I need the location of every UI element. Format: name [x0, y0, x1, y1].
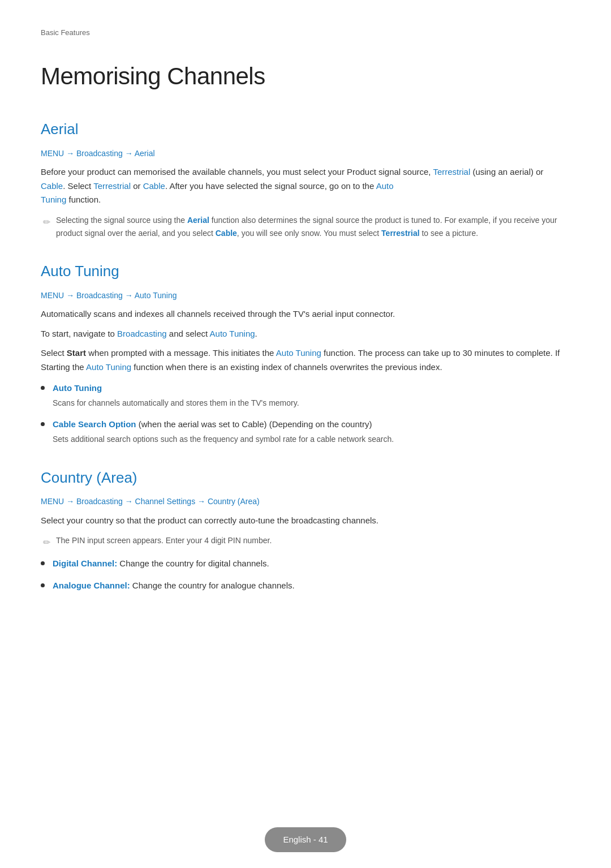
- menu-link-broadcasting-3[interactable]: Broadcasting: [76, 497, 123, 506]
- link-digital-channel[interactable]: Digital Channel:: [53, 558, 117, 568]
- link-aerial-bold[interactable]: Aerial: [187, 216, 209, 225]
- menu-path-auto-tuning: MENU → Broadcasting → Auto Tuning: [41, 289, 570, 302]
- link-cable-2[interactable]: Cable: [143, 181, 165, 191]
- link-broadcasting-inline[interactable]: Broadcasting: [117, 329, 167, 338]
- pencil-icon: ✏: [43, 215, 50, 230]
- country-bullets: Digital Channel: Change the country for …: [41, 557, 570, 593]
- link-auto-tuning-inline[interactable]: Auto Tuning: [210, 329, 255, 338]
- pencil-icon-2: ✏: [43, 535, 50, 550]
- link-auto-tuning-3[interactable]: Auto Tuning: [86, 362, 131, 372]
- bullet-dot-2: [41, 422, 45, 426]
- page-title: Memorising Channels: [41, 57, 570, 95]
- cable-search-sub: Sets additional search options such as t…: [53, 433, 570, 446]
- country-note: ✏ The PIN input screen appears. Enter yo…: [41, 534, 570, 550]
- bullet-dot-4: [41, 583, 45, 587]
- menu-link-menu[interactable]: MENU: [41, 149, 64, 158]
- link-terrestrial-2[interactable]: Terrestrial: [93, 181, 131, 191]
- aerial-body: Before your product can memorised the av…: [41, 165, 570, 207]
- footer: English - 41: [0, 827, 611, 868]
- link-terrestrial-bold[interactable]: Terrestrial: [381, 229, 419, 238]
- menu-link-broadcasting[interactable]: Broadcasting: [76, 149, 123, 158]
- aerial-note-text: Selecting the signal source using the Ae…: [56, 214, 570, 239]
- section-title-country: Country (Area): [41, 466, 570, 490]
- aerial-note: ✏ Selecting the signal source using the …: [41, 214, 570, 239]
- breadcrumb: Basic Features: [41, 27, 570, 39]
- menu-link-channel-settings[interactable]: Channel Settings: [135, 497, 196, 506]
- link-cable-1[interactable]: Cable: [41, 181, 63, 191]
- page-container: Basic Features Memorising Channels Aeria…: [0, 0, 611, 670]
- link-cable-search[interactable]: Cable Search Option: [53, 419, 136, 429]
- menu-path-aerial: MENU → Broadcasting → Aerial: [41, 147, 570, 160]
- menu-link-auto-tuning[interactable]: Auto Tuning: [135, 291, 177, 300]
- menu-link-menu-2[interactable]: MENU: [41, 291, 64, 300]
- menu-link-broadcasting-2[interactable]: Broadcasting: [76, 291, 123, 300]
- link-auto-tuning-bullet[interactable]: Auto Tuning: [53, 383, 102, 393]
- bullet-cable-search: Cable Search Option (when the aerial was…: [41, 418, 570, 446]
- link-auto-tuning-2[interactable]: Auto Tuning: [276, 348, 321, 358]
- auto-tuning-body-1: Automatically scans and indexes all chan…: [41, 307, 570, 321]
- link-terrestrial-1[interactable]: Terrestrial: [433, 167, 470, 177]
- menu-link-menu-3[interactable]: MENU: [41, 497, 64, 506]
- section-country: Country (Area) MENU → Broadcasting → Cha…: [41, 466, 570, 593]
- country-note-text: The PIN input screen appears. Enter your…: [56, 534, 272, 547]
- footer-badge: English - 41: [265, 827, 346, 852]
- section-title-auto-tuning: Auto Tuning: [41, 260, 570, 283]
- section-title-aerial: Aerial: [41, 118, 570, 141]
- auto-tuning-body-3: Select Start when prompted with a messag…: [41, 346, 570, 375]
- bullet-analogue-channel: Analogue Channel: Change the country for…: [41, 579, 570, 593]
- link-cable-bold[interactable]: Cable: [216, 229, 237, 238]
- menu-link-country-area[interactable]: Country (Area): [208, 497, 260, 506]
- bullet-dot-3: [41, 561, 45, 565]
- link-analogue-channel[interactable]: Analogue Channel:: [53, 581, 130, 590]
- section-auto-tuning: Auto Tuning MENU → Broadcasting → Auto T…: [41, 260, 570, 446]
- menu-path-country: MENU → Broadcasting → Channel Settings →…: [41, 495, 570, 508]
- auto-tuning-bullets: Auto Tuning Scans for channels automatic…: [41, 381, 570, 446]
- auto-tuning-body-2: To start, navigate to Broadcasting and s…: [41, 327, 570, 341]
- bullet-digital-channel: Digital Channel: Change the country for …: [41, 557, 570, 571]
- menu-link-aerial[interactable]: Aerial: [135, 149, 155, 158]
- auto-tuning-sub: Scans for channels automatically and sto…: [53, 397, 570, 410]
- bullet-dot-1: [41, 386, 45, 390]
- country-body: Select your country so that the product …: [41, 514, 570, 528]
- section-aerial: Aerial MENU → Broadcasting → Aerial Befo…: [41, 118, 570, 239]
- bullet-auto-tuning: Auto Tuning Scans for channels automatic…: [41, 381, 570, 410]
